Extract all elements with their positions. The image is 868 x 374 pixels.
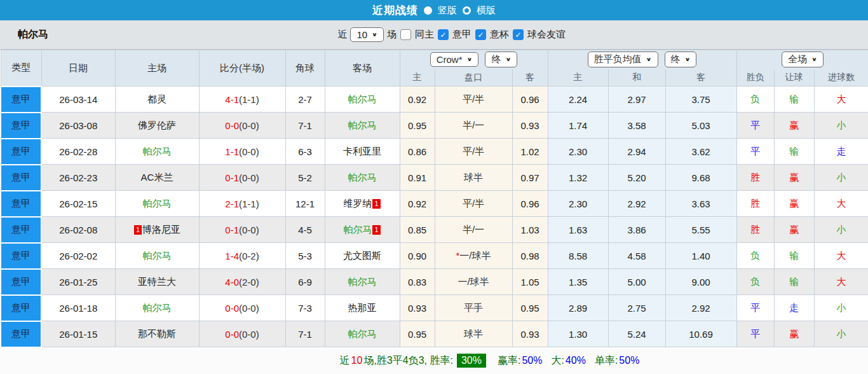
odds-company-select[interactable]: Crow* ∨ [430,52,479,67]
radio-horizontal-label[interactable]: 横版 [477,4,496,17]
away-team-cell: 帕尔马 [325,87,400,113]
half-time-score: (2-0) [239,277,259,287]
table-row: 意甲 26-02-08 1博洛尼亚 0-1(0-0) 4-5 帕尔马1 0.85… [1,217,868,243]
summary-record: 场,胜3平4负3, 胜率: [363,354,452,368]
count-suffix-label: 场 [387,29,397,41]
subheader-goals: 进球数 [814,69,868,87]
filter-checkbox-0[interactable]: ✓ [400,29,411,40]
match-score-cell: 0-0(0-0) [199,113,285,139]
odds-time-select[interactable]: 终 ∨ [485,52,517,67]
handicap-value: 半/一 [463,120,484,130]
avg-home-odds: 8.58 [548,243,608,269]
home-team-name[interactable]: 亚特兰大 [138,276,176,287]
match-score-cell: 4-1(1-1) [199,87,285,113]
avg-away-odds: 5.03 [665,113,736,139]
away-team-name[interactable]: 卡利亚里 [343,146,381,156]
away-team-cell: 帕尔马 [325,113,400,139]
result-handicap-cell: 赢 [774,217,814,243]
home-team-name[interactable]: 帕尔马 [143,198,172,209]
odds-away: 1.03 [512,217,548,243]
result-goals: 小 [837,172,846,183]
home-team-cell: 佛罗伦萨 [115,113,199,139]
away-team-name[interactable]: 帕尔马 [348,328,377,339]
filter-checkbox-3[interactable]: ✓ [513,29,524,40]
home-team-name[interactable]: 帕尔马 [143,146,172,156]
full-time-score: 0-0 [225,303,239,314]
away-team-name[interactable]: 尤文图斯 [343,250,381,261]
full-time-score: 1-1 [225,146,239,157]
avg-away-odds: 10.69 [665,321,736,347]
avg-draw-odds: 5.24 [608,321,665,347]
filter-checkbox-3-label[interactable]: 球会友谊 [527,29,566,41]
top-bar: 近期战绩 竖版 横版 [0,0,868,20]
match-date: 26-01-25 [41,269,115,295]
away-team-name[interactable]: 帕尔马 [348,120,377,130]
result-handicap: 输 [789,146,799,156]
odds-away: 0.98 [512,243,548,269]
result-outcome: 胜 [750,224,760,235]
half-time-score: (0-0) [239,120,259,131]
chevron-down-icon: ∨ [372,32,377,38]
home-team-name[interactable]: AC米兰 [141,172,173,183]
corner-score: 7-1 [285,113,325,139]
filter-checkbox-1-label[interactable]: 意甲 [452,29,471,41]
handicap-cell: 平/半 [435,87,512,113]
result-outcome: 平 [750,302,760,313]
result-goals-cell: 大 [814,87,868,113]
home-team-name[interactable]: 博洛尼亚 [142,224,180,235]
home-team-name[interactable]: 那不勒斯 [138,328,176,339]
away-team-name[interactable]: 帕尔马 [343,224,372,235]
avg-home-odds: 2.30 [548,191,608,217]
chevron-down-icon: ∨ [505,57,511,63]
result-handicap: 赢 [789,198,799,209]
filter-checkbox-0-label[interactable]: 同主 [415,29,434,41]
handicap-value: 球半 [464,328,483,339]
handicap-value: 平/半 [463,146,484,156]
home-team-cell: 亚特兰大 [115,269,199,295]
corner-score: 5-2 [285,165,325,191]
filter-checkbox-1[interactable]: ✓ [438,29,449,40]
summary-value-over: 40% [566,355,586,366]
full-time-score: 1-4 [225,251,239,261]
home-team-name[interactable]: 帕尔马 [143,250,172,261]
away-team-name[interactable]: 维罗纳 [343,198,372,209]
league-type-cell: 意甲 [1,165,41,191]
home-team-name[interactable]: 佛罗伦萨 [138,120,176,130]
handicap-value: 平/半 [463,94,484,104]
summary-label-winrate: 赢率: [498,354,520,368]
handicap-value: 球半 [464,172,483,183]
result-goals: 小 [837,328,846,339]
home-team-name[interactable]: 都灵 [147,94,166,104]
home-team-name[interactable]: 帕尔马 [143,302,172,313]
handicap-cell: 一/球半 [435,269,512,295]
league-type-cell: 意甲 [1,269,41,295]
away-team-name[interactable]: 帕尔马 [348,276,377,287]
filter-checkbox-2[interactable]: ✓ [475,29,486,40]
table-row: 意甲 26-01-15 那不勒斯 0-0(0-0) 7-1 帕尔马 0.95 球… [1,321,868,347]
away-team-name[interactable]: 帕尔马 [348,172,377,183]
away-team-name[interactable]: 帕尔马 [348,94,377,104]
filter-checkbox-2-label[interactable]: 意杯 [490,29,509,41]
full-match-select[interactable]: 全场 ∨ [782,52,824,67]
result-outcome-cell: 胜 [736,217,774,243]
match-date: 26-03-14 [41,87,115,113]
odds-home: 0.83 [400,269,435,295]
result-handicap: 输 [789,94,799,104]
avg-time-select[interactable]: 终 ∨ [665,52,697,67]
avg-odds-select[interactable]: 胜平负均值 ∨ [588,52,658,67]
chevron-down-icon: ∨ [811,57,817,63]
summary-value-winrate: 50% [522,355,542,366]
avg-away-odds: 3.75 [665,87,736,113]
away-team-name[interactable]: 热那亚 [348,302,377,313]
result-goals: 大 [837,94,846,104]
result-goals: 大 [837,250,846,261]
radio-vertical-layout[interactable] [424,6,432,15]
match-count-select[interactable]: 10 ∨ [350,27,384,42]
result-outcome: 负 [750,94,760,104]
match-date: 26-01-18 [41,295,115,321]
league-type-cell: 意甲 [1,113,41,139]
handicap-cell: 球半 [435,165,512,191]
home-team-cell: 那不勒斯 [115,321,199,347]
radio-horizontal-layout[interactable] [463,6,471,15]
radio-vertical-label[interactable]: 竖版 [438,4,457,17]
